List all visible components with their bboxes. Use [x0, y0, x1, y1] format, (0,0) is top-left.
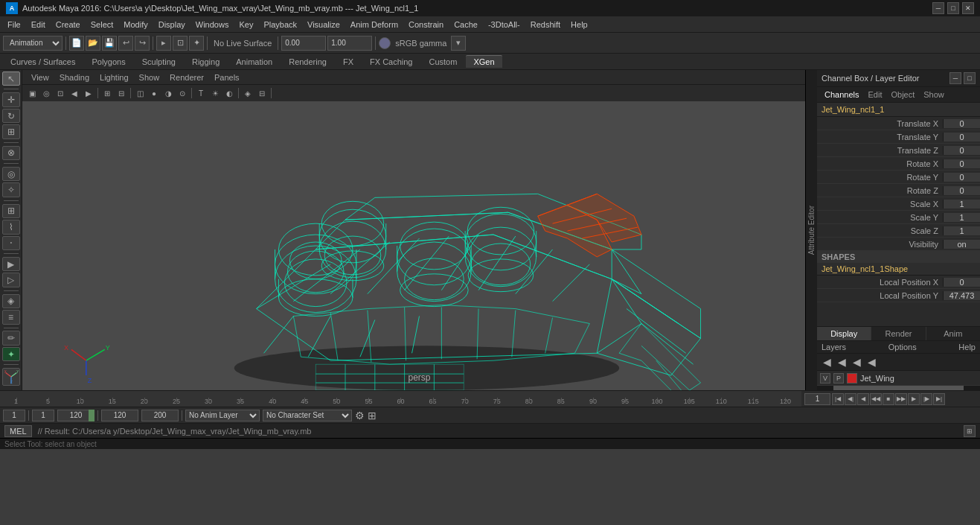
cb-tab-edit[interactable]: Edit	[865, 89, 885, 100]
menu-visualize[interactable]: Visualize	[303, 19, 345, 31]
timeline-ticks[interactable]: 1 5 10 15 20 25 30 35 40 45 50 55 60 65 …	[0, 391, 801, 407]
layer-p-btn[interactable]: P	[833, 373, 844, 384]
layers-options[interactable]: Options	[888, 343, 917, 351]
sync-camera-btn[interactable]: ⊡	[54, 86, 67, 100]
range-end-input-2[interactable]	[141, 410, 179, 421]
save-scene-button[interactable]: 💾	[102, 36, 117, 51]
display-tab-display[interactable]: Display	[817, 327, 871, 340]
next-key-btn[interactable]: ▶	[908, 393, 920, 405]
menu-anim-deform[interactable]: Anim Deform	[346, 19, 403, 31]
goto-start-btn[interactable]: |◀	[832, 393, 844, 405]
current-frame-input[interactable]	[3, 410, 25, 421]
anim-layer-btn[interactable]: ⊞	[368, 410, 377, 421]
color-space-btn[interactable]	[379, 37, 391, 49]
channel-value-lpy[interactable]: 47.473	[943, 291, 980, 300]
snap-grid-btn[interactable]: ⊞	[2, 204, 20, 218]
camera-select-btn[interactable]: ▣	[25, 86, 39, 100]
layers-help[interactable]: Help	[958, 343, 976, 351]
display-tab-anim[interactable]: Anim	[926, 327, 980, 340]
vp-menu-view[interactable]: View	[27, 72, 54, 83]
show-manip-btn[interactable]: ✧	[2, 182, 20, 197]
attribute-editor-side-tab[interactable]: Attribute Editor	[805, 70, 817, 390]
channel-box-scroll[interactable]: Jet_Wing_ncl1_1 Translate X 0 Translate …	[817, 103, 980, 326]
show-hide-btn[interactable]: ◈	[2, 294, 20, 308]
channel-value-rz[interactable]: 0	[943, 186, 980, 195]
flat-shade-btn[interactable]: ◑	[161, 86, 175, 100]
step-fwd-btn[interactable]: |▶	[920, 393, 932, 405]
ipr-btn[interactable]: ▷	[2, 273, 20, 287]
channel-value-vis[interactable]: on	[943, 240, 980, 249]
menu-3dtoall[interactable]: -3DtoAll-	[484, 19, 525, 31]
redo-button[interactable]: ↪	[135, 36, 150, 51]
color-space-dropdown[interactable]: ▾	[451, 36, 466, 51]
close-button[interactable]: ✕	[962, 2, 974, 14]
menu-modify[interactable]: Modify	[119, 19, 152, 31]
menu-constrain[interactable]: Constrain	[404, 19, 448, 31]
layer-action-2[interactable]: ◀	[835, 355, 848, 369]
play-fwd-btn[interactable]: ▶▶	[895, 393, 907, 405]
channel-value-tx[interactable]: 0	[943, 119, 980, 128]
menu-file[interactable]: File	[3, 19, 25, 31]
menu-select[interactable]: Select	[86, 19, 118, 31]
prev-frame-btn[interactable]: ◀	[68, 86, 81, 100]
scale-tool-btn[interactable]: ⊞	[2, 124, 20, 139]
tab-fx-caching[interactable]: FX Caching	[362, 56, 420, 68]
smooth-shade-btn[interactable]: ●	[147, 86, 161, 100]
move-tool-btn[interactable]: ✛	[2, 92, 20, 106]
scale-input[interactable]	[327, 36, 372, 51]
play-back-btn[interactable]: ◀◀	[870, 393, 882, 405]
resolution-gate-btn[interactable]: ⊟	[255, 86, 269, 100]
xgen-btn[interactable]: ✦	[2, 347, 20, 361]
frame-sel-btn[interactable]: ⊟	[115, 86, 128, 100]
shadow-btn[interactable]: ◐	[222, 86, 236, 100]
tab-curves-surfaces[interactable]: Curves / Surfaces	[3, 56, 83, 68]
paint-effects-btn[interactable]: ✏	[2, 331, 20, 345]
tab-sculpting[interactable]: Sculpting	[135, 56, 183, 68]
new-layer-btn[interactable]: ◀	[820, 355, 833, 369]
rotate-tool-btn[interactable]: ↻	[2, 109, 20, 123]
tex-btn[interactable]: T	[194, 86, 208, 100]
goto-end-btn[interactable]: ▶|	[933, 393, 945, 405]
range-start-input[interactable]	[32, 410, 54, 421]
tab-polygons[interactable]: Polygons	[84, 56, 132, 68]
channel-value-sx[interactable]: 1	[943, 200, 980, 209]
select-tool-btn[interactable]: ↖	[2, 71, 20, 86]
tab-rigging[interactable]: Rigging	[185, 56, 227, 68]
minimize-button[interactable]: ─	[932, 2, 944, 14]
vp-menu-shading[interactable]: Shading	[55, 72, 94, 83]
render-view-btn[interactable]: ▶	[2, 257, 20, 271]
next-frame-btn[interactable]: ▶	[82, 86, 95, 100]
snap-point-btn[interactable]: ⋅	[2, 236, 20, 250]
range-slider-thumb[interactable]	[89, 410, 95, 421]
channel-value-sy[interactable]: 1	[943, 213, 980, 222]
viewport-canvas[interactable]: Y X Z persp	[22, 101, 816, 390]
stop-btn[interactable]: ■	[883, 393, 894, 405]
snap-curve-btn[interactable]: ⌇	[2, 220, 20, 234]
frame-all-btn[interactable]: ⊞	[100, 86, 114, 100]
layers-btn[interactable]: ≡	[2, 310, 20, 324]
menu-display[interactable]: Display	[154, 19, 190, 31]
menu-playback[interactable]: Playback	[259, 19, 301, 31]
channel-value-ry[interactable]: 0	[943, 173, 980, 182]
channel-value-tz[interactable]: 0	[943, 146, 980, 155]
channel-box-minimize[interactable]: ─	[949, 72, 961, 84]
new-scene-button[interactable]: 📄	[69, 36, 84, 51]
character-select[interactable]: No Character Set	[263, 410, 352, 421]
wireframe-btn[interactable]: ◫	[133, 86, 147, 100]
tab-rendering[interactable]: Rendering	[281, 56, 334, 68]
vp-menu-renderer[interactable]: Renderer	[165, 72, 208, 83]
layers-menu[interactable]: Layers	[822, 343, 846, 351]
coord-x-input[interactable]	[281, 36, 326, 51]
menu-create[interactable]: Create	[51, 19, 85, 31]
timeline-frame-input[interactable]	[804, 393, 830, 405]
layer-color-swatch[interactable]	[847, 373, 857, 384]
paint-tool-button[interactable]: ✦	[189, 36, 204, 51]
camera-attrs-btn[interactable]: ◎	[39, 86, 53, 100]
channel-box-float[interactable]: □	[964, 72, 976, 84]
step-back-btn[interactable]: ◀|	[845, 393, 856, 405]
undo-button[interactable]: ↩	[118, 36, 133, 51]
isolate-sel-btn[interactable]: ◈	[241, 86, 254, 100]
prev-key-btn[interactable]: ◀	[857, 393, 869, 405]
menu-key[interactable]: Key	[234, 19, 257, 31]
layer-action-3[interactable]: ◀	[850, 355, 863, 369]
